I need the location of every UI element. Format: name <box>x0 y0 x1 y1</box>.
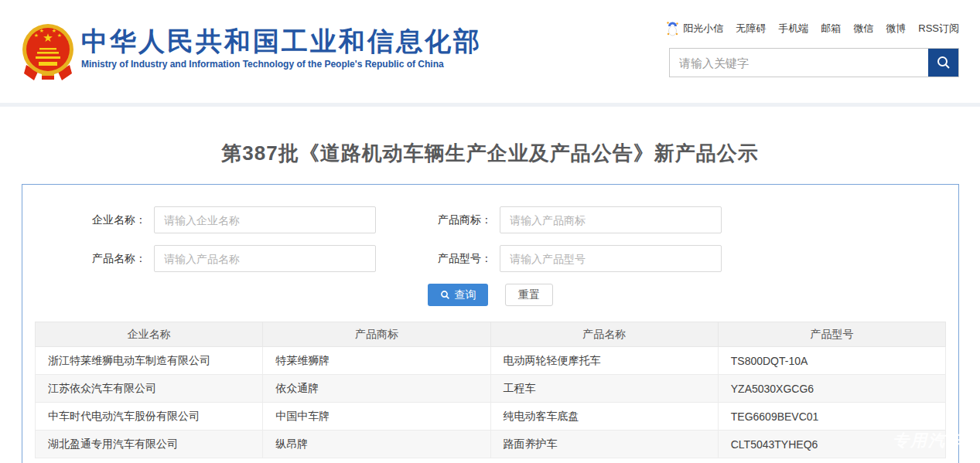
query-search-icon <box>440 290 450 300</box>
cell-company: 湖北盈通专用汽车有限公司 <box>36 431 263 458</box>
cell-company: 中车时代电动汽车股份有限公司 <box>36 403 263 431</box>
field-company-name: 企业名称： <box>22 206 376 233</box>
national-emblem-logo: ★ ★ ★ ★ ★ <box>22 23 74 80</box>
ministry-title-en: Ministry of Industry and Information Tec… <box>81 59 482 70</box>
top-utility-nav: 阳光小信 无障碍 手机端 邮箱 微信 微博 RSS订阅 <box>666 20 959 36</box>
product-brand-label: 产品商标： <box>376 213 500 227</box>
cell-model: TS800DQT-10A <box>718 347 945 375</box>
product-name-label: 产品名称： <box>22 252 154 266</box>
results-table-head: 企业名称 产品商标 产品名称 产品型号 <box>36 322 946 347</box>
cell-product: 路面养护车 <box>490 431 718 458</box>
top-link-weibo[interactable]: 微博 <box>886 22 906 36</box>
top-link-mail[interactable]: 邮箱 <box>821 22 841 36</box>
table-row: 浙江特莱维狮电动车制造有限公司 特莱维狮牌 电动两轮轻便摩托车 TS800DQT… <box>36 347 946 375</box>
cell-model: YZA5030XGCG6 <box>718 375 945 403</box>
site-search-button[interactable] <box>928 49 958 77</box>
product-model-label: 产品型号： <box>376 252 500 266</box>
query-form: 企业名称： 产品商标： 产品名称： 产品型号： <box>22 206 958 306</box>
site-brand[interactable]: ★ ★ ★ ★ ★ 中华人民共和国工业和信息化部 Ministry of Ind… <box>22 23 482 80</box>
results-table: 企业名称 产品商标 产品名称 产品型号 浙江特莱维狮电动车制造有限公司 特莱维狮… <box>35 322 946 458</box>
product-brand-input[interactable] <box>500 206 722 233</box>
table-row: 中车时代电动汽车股份有限公司 中国中车牌 纯电动客车底盘 TEG6609BEVC… <box>36 403 946 431</box>
table-header-row: 企业名称 产品商标 产品名称 产品型号 <box>36 322 946 347</box>
col-product-name: 产品名称 <box>490 322 718 347</box>
field-product-model: 产品型号： <box>376 245 722 272</box>
top-link-rss[interactable]: RSS订阅 <box>918 22 959 36</box>
page: ★ ★ ★ ★ ★ 中华人民共和国工业和信息化部 Ministry of Ind… <box>0 0 980 463</box>
top-link-label: 阳光小信 <box>683 22 723 36</box>
table-row: 江苏依众汽车有限公司 依众通牌 工程车 YZA5030XGCG6 <box>36 375 946 403</box>
brand-text: 中华人民共和国工业和信息化部 Ministry of Industry and … <box>81 23 482 70</box>
cell-company: 江苏依众汽车有限公司 <box>36 375 263 403</box>
site-search <box>669 48 959 77</box>
site-search-input[interactable] <box>670 49 928 77</box>
field-product-name: 产品名称： <box>22 245 376 272</box>
cell-brand: 中国中车牌 <box>263 403 490 431</box>
cell-product: 纯电动客车底盘 <box>490 403 718 431</box>
table-row: 湖北盈通专用汽车有限公司 纵昂牌 路面养护车 CLT5043TYHEQ6 <box>36 431 946 458</box>
company-name-label: 企业名称： <box>22 213 154 227</box>
svg-text:★: ★ <box>57 32 62 38</box>
reset-button[interactable]: 重置 <box>505 284 553 306</box>
svg-text:★: ★ <box>52 28 56 33</box>
field-product-brand: 产品商标： <box>376 206 722 233</box>
search-icon <box>936 55 951 70</box>
cell-model: TEG6609BEVC01 <box>718 403 945 431</box>
cell-product: 工程车 <box>490 375 718 403</box>
svg-text:★: ★ <box>34 32 39 38</box>
top-link-accessibility[interactable]: 无障碍 <box>736 22 766 36</box>
svg-text:★: ★ <box>39 28 44 33</box>
form-row-2: 产品名称： 产品型号： <box>22 245 958 272</box>
ministry-title-cn: 中华人民共和国工业和信息化部 <box>81 26 482 56</box>
top-link-wechat[interactable]: 微信 <box>853 22 873 36</box>
cell-brand: 依众通牌 <box>263 375 490 403</box>
col-company-name: 企业名称 <box>36 322 263 347</box>
sunshine-mascot-icon <box>666 20 679 36</box>
col-product-model: 产品型号 <box>718 322 945 347</box>
product-name-input[interactable] <box>154 245 376 272</box>
col-product-brand: 产品商标 <box>263 322 490 347</box>
cell-brand: 纵昂牌 <box>263 431 490 458</box>
page-title: 第387批《道路机动车辆生产企业及产品公告》新产品公示 <box>0 140 980 167</box>
company-name-input[interactable] <box>154 206 376 233</box>
header-separator <box>0 103 980 107</box>
query-button-label: 查询 <box>455 288 476 302</box>
product-model-input[interactable] <box>500 245 722 272</box>
top-link-yangguang-xiaoxin[interactable]: 阳光小信 <box>666 20 723 36</box>
results-table-body: 浙江特莱维狮电动车制造有限公司 特莱维狮牌 电动两轮轻便摩托车 TS800DQT… <box>36 347 946 458</box>
form-row-1: 企业名称： 产品商标： <box>22 206 958 233</box>
query-button[interactable]: 查询 <box>428 284 488 306</box>
site-header: ★ ★ ★ ★ ★ 中华人民共和国工业和信息化部 Ministry of Ind… <box>0 0 980 103</box>
form-actions: 查询 重置 <box>22 284 958 306</box>
query-panel: 企业名称： 产品商标： 产品名称： 产品型号： <box>22 184 959 463</box>
cell-brand: 特莱维狮牌 <box>263 347 490 375</box>
cell-model: CLT5043TYHEQ6 <box>718 431 945 458</box>
top-link-mobile[interactable]: 手机端 <box>778 22 808 36</box>
cell-product: 电动两轮轻便摩托车 <box>490 347 718 375</box>
cell-company: 浙江特莱维狮电动车制造有限公司 <box>36 347 263 375</box>
